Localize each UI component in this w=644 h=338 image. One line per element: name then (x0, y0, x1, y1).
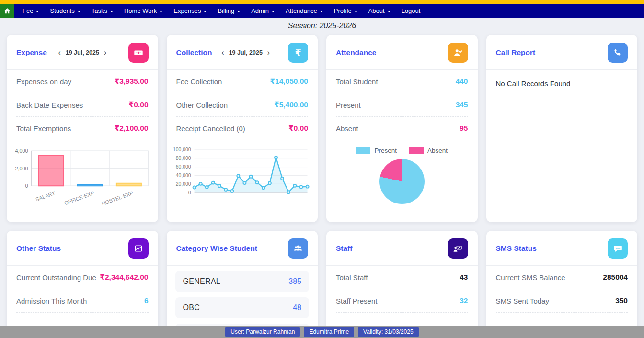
nav-item-attendance[interactable]: Attendance (280, 4, 329, 18)
nav-item-admin[interactable]: Admin (246, 4, 280, 18)
nav-item-billing[interactable]: Billing (212, 4, 246, 18)
prev-date-icon[interactable]: ‹ (220, 49, 225, 56)
stat-row: Total Staff43 (336, 266, 468, 289)
chevron-down-icon (203, 11, 207, 12)
nav-item-label: Profile (334, 7, 352, 14)
stat-value: ₹0.00 (129, 101, 149, 109)
stat-row: Fee Collection₹14,050.00 (176, 70, 309, 93)
other-status-card-title: Other Status (16, 244, 61, 253)
nav-item-label: Admin (251, 7, 269, 14)
top-accent-strip (0, 0, 644, 4)
svg-text:20,000: 20,000 (175, 181, 191, 187)
other-status-stats: Current Outstanding Due₹2,344,642.00Admi… (7, 266, 158, 313)
svg-text:60,000: 60,000 (175, 164, 191, 169)
svg-text:4,000: 4,000 (15, 148, 28, 154)
nav-item-tasks[interactable]: Tasks (86, 4, 119, 18)
nav-item-label: Students (50, 7, 74, 14)
nav-item-fee[interactable]: Fee (17, 4, 45, 18)
stat-value: ₹14,050.00 (270, 77, 308, 86)
stat-value: ₹2,344,642.00 (100, 273, 148, 282)
next-date-icon[interactable]: › (103, 49, 107, 56)
category-wise-student-card: Category Wise Student GENERAL385OBC48EBC… (167, 231, 318, 338)
call-report-card-title: Call Report (496, 48, 536, 57)
chevron-down-icon (110, 11, 114, 12)
collection-card: Collection ‹ 19 Jul, 2025 › ₹ Fee Collec… (167, 35, 318, 222)
nav-item-label: Attendance (286, 7, 317, 14)
legend-swatch (356, 147, 370, 154)
nav-item-about[interactable]: About (363, 4, 396, 18)
svg-text:100,000: 100,000 (173, 147, 191, 152)
stat-row: Present345 (336, 93, 468, 117)
chevron-down-icon (354, 11, 358, 12)
footer-badge: Validity: 31/03/2025 (358, 327, 419, 337)
nav-item-students[interactable]: Students (45, 4, 86, 18)
svg-text:80,000: 80,000 (175, 156, 191, 161)
svg-text:OFFICE-EXP: OFFICE-EXP (64, 190, 95, 206)
category-row: GENERAL385 (175, 271, 310, 292)
prev-date-icon[interactable]: ‹ (57, 49, 61, 56)
phone-icon (608, 43, 628, 63)
chevron-down-icon (237, 11, 241, 12)
category-label: GENERAL (183, 277, 221, 286)
staff-card-title: Staff (336, 244, 352, 253)
call-report-card-header: Call Report (486, 35, 638, 70)
chevron-down-icon (320, 11, 323, 12)
collection-stats: Fee Collection₹14,050.00Other Collection… (167, 70, 318, 140)
stat-label: Fee Collection (176, 78, 222, 86)
expense-card-header: Expense ‹ 19 Jul, 2025 › (7, 35, 158, 70)
stat-value: 43 (460, 273, 468, 282)
sms-status-card: SMS Status SMS Current SMS Balance285004… (486, 231, 638, 338)
stat-row: Current SMS Balance285004 (496, 266, 628, 289)
nav-item-label: Billing (218, 7, 234, 14)
collection-date: 19 Jul, 2025 (229, 49, 263, 56)
stat-label: Total Staff (336, 273, 368, 282)
legend-label: Present (374, 147, 397, 154)
stat-value: 350 (615, 296, 628, 305)
stat-label: Total Student (336, 78, 378, 86)
stat-row: Staff Present32 (336, 289, 468, 313)
stat-value: ₹0.00 (288, 124, 308, 133)
call-report-empty-text: No Call Records Found (486, 70, 638, 97)
expense-card: Expense ‹ 19 Jul, 2025 › Expenses on day… (7, 35, 158, 222)
next-date-icon[interactable]: › (266, 49, 271, 56)
attendance-card-title: Attendance (336, 48, 376, 57)
other-status-card: Other Status Current Outstanding Due₹2,3… (7, 231, 158, 338)
collection-date-nav: ‹ 19 Jul, 2025 › (220, 49, 271, 56)
stat-value: ₹3,935.00 (114, 77, 148, 86)
svg-text:HOSTEL-EXP: HOSTEL-EXP (101, 190, 134, 207)
svg-text:0: 0 (25, 183, 28, 189)
attendance-stats: Total Student440Present345Absent95 (326, 70, 478, 140)
stat-row: Back Date Expenses₹0.00 (16, 93, 149, 117)
attendance-pie-chart: PresentAbsent (326, 140, 478, 204)
nav-item-profile[interactable]: Profile (329, 4, 363, 18)
sms-status-card-title: SMS Status (496, 244, 537, 253)
sms-bubble-icon: SMS (608, 238, 628, 259)
attendance-card: Attendance Total Student440Present345Abs… (326, 35, 478, 222)
home-button[interactable] (0, 4, 14, 18)
stat-row: Total Student440 (336, 70, 468, 93)
nav-item-label: Fee (23, 7, 33, 14)
banknote-icon (128, 43, 149, 63)
stat-label: Expenses on day (16, 78, 71, 86)
collection-card-header: Collection ‹ 19 Jul, 2025 › ₹ (167, 35, 318, 70)
stat-label: SMS Sent Today (496, 297, 549, 305)
navbar-menu: FeeStudentsTasksHome WorkExpensesBilling… (17, 4, 426, 18)
expense-date: 19 Jul, 2025 (66, 49, 99, 56)
stat-label: Other Collection (176, 101, 228, 109)
category-card-header: Category Wise Student (167, 231, 318, 266)
chart-line-icon (128, 238, 149, 259)
category-card-title: Category Wise Student (176, 244, 258, 253)
nav-item-label: About (368, 7, 385, 14)
category-count: 48 (293, 304, 301, 312)
legend-item-absent: Absent (409, 147, 448, 154)
nav-item-home-work[interactable]: Home Work (119, 4, 168, 18)
dashboard-grid: Expense ‹ 19 Jul, 2025 › Expenses on day… (0, 35, 644, 338)
navbar: FeeStudentsTasksHome WorkExpensesBilling… (0, 4, 644, 18)
footer-badge: User: Parwaizur Rahman (225, 327, 300, 337)
nav-item-logout[interactable]: Logout (396, 4, 426, 18)
stat-value: 440 (456, 77, 468, 86)
users-icon (288, 238, 308, 259)
other-status-card-header: Other Status (7, 231, 158, 266)
nav-item-expenses[interactable]: Expenses (168, 4, 212, 18)
staff-stats: Total Staff43Staff Present32 (326, 266, 478, 313)
